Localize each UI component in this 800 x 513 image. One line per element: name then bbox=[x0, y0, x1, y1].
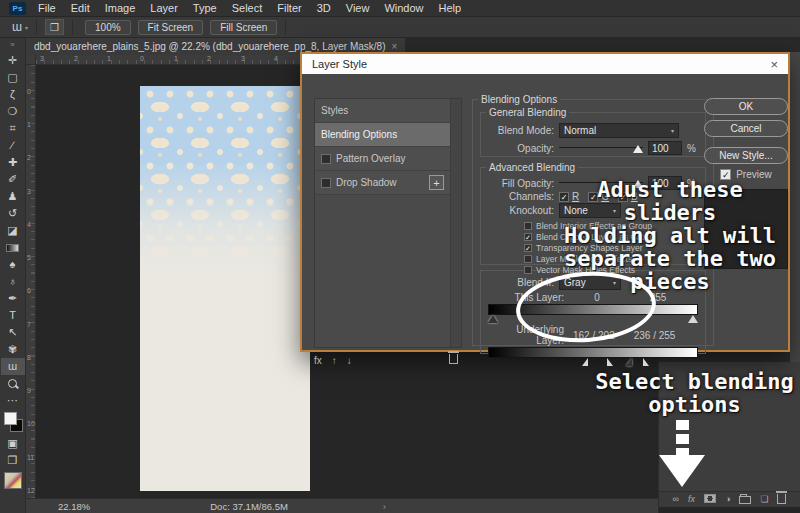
hand-tool-icon[interactable]: ɯ bbox=[12, 20, 22, 34]
style-row-styles[interactable]: Styles bbox=[315, 99, 450, 123]
tool-clone-stamp[interactable]: ♟ bbox=[1, 188, 25, 205]
menu-3d[interactable]: 3D bbox=[317, 2, 331, 14]
tool-blur[interactable]: ♠ bbox=[1, 256, 25, 273]
new-layer-icon[interactable]: ❏ bbox=[760, 495, 768, 504]
tool-pen[interactable]: ✒ bbox=[1, 290, 25, 307]
opacity-slider-thumb[interactable] bbox=[633, 145, 643, 153]
tool-move[interactable]: ✛ bbox=[1, 52, 25, 69]
tool-lasso[interactable]: ζ bbox=[1, 86, 25, 103]
lasso-icon: ζ bbox=[10, 89, 15, 100]
collapse-toolbar-icon[interactable]: » bbox=[10, 38, 14, 52]
blend-clipped-layers-as-group-checkbox[interactable]: ✓ bbox=[524, 233, 532, 241]
tool-type[interactable]: T bbox=[1, 307, 25, 324]
delete-effect-icon[interactable] bbox=[449, 354, 458, 366]
document-image[interactable] bbox=[140, 86, 310, 491]
this-layer-handle-0[interactable] bbox=[488, 315, 498, 323]
annotation-line: separate the two bbox=[540, 247, 800, 270]
style-row-drop-shadow[interactable]: Drop Shadow+ bbox=[315, 171, 450, 195]
blend-interior-effects-as-group-checkbox[interactable] bbox=[524, 222, 532, 230]
tab-close-icon[interactable]: × bbox=[392, 41, 398, 52]
status-options-chevron-icon[interactable]: › bbox=[383, 501, 386, 512]
ruler-number: 11 bbox=[27, 454, 34, 461]
tool-color-swatches[interactable] bbox=[1, 409, 25, 435]
layer-mask-icon[interactable] bbox=[704, 494, 716, 505]
tool-gradient[interactable] bbox=[1, 239, 25, 256]
pattern-overlay-checkbox[interactable] bbox=[321, 154, 331, 164]
dialog-close-icon[interactable]: × bbox=[770, 57, 778, 72]
tool-history-brush[interactable]: ↺ bbox=[1, 205, 25, 222]
tool-shape[interactable]: ✾ bbox=[1, 341, 25, 358]
fill-screen-button[interactable]: Fill Screen bbox=[210, 20, 277, 35]
dodge-icon: ♁ bbox=[8, 276, 16, 287]
menu-edit[interactable]: Edit bbox=[71, 2, 90, 14]
menu-layer[interactable]: Layer bbox=[150, 2, 178, 14]
tool-marquee[interactable]: ▢ bbox=[1, 69, 25, 86]
ruler-corner bbox=[26, 55, 36, 65]
tool-eraser[interactable]: ◪ bbox=[1, 222, 25, 239]
menu-select[interactable]: Select bbox=[232, 2, 263, 14]
ok-button[interactable]: OK bbox=[704, 98, 788, 115]
opacity-value-field[interactable]: 100 bbox=[648, 141, 682, 155]
tool-dodge[interactable]: ♁ bbox=[1, 273, 25, 290]
ruler-number: 0 bbox=[27, 88, 31, 95]
drop-shadow-checkbox[interactable] bbox=[321, 178, 331, 188]
menu-file[interactable]: File bbox=[38, 2, 56, 14]
underlying-handle-255[interactable] bbox=[643, 358, 649, 366]
arrange-windows-icon[interactable]: ❐ bbox=[45, 19, 64, 35]
photoshop-logo-icon[interactable]: Ps bbox=[9, 2, 26, 15]
tool-quick-select[interactable]: ❍ bbox=[1, 103, 25, 120]
styles-scrollbar[interactable] bbox=[450, 99, 461, 347]
link-layers-icon[interactable]: ∞ bbox=[673, 495, 679, 504]
underlying-handle-236[interactable] bbox=[626, 358, 632, 366]
blend-mode-select[interactable]: Normal ▾ bbox=[559, 123, 679, 138]
menu-type[interactable]: Type bbox=[193, 2, 217, 14]
menu-image[interactable]: Image bbox=[105, 2, 136, 14]
style-row-pattern-overlay[interactable]: Pattern Overlay bbox=[315, 147, 450, 171]
menu-view[interactable]: View bbox=[346, 2, 370, 14]
vector-mask-hides-effects-checkbox[interactable] bbox=[524, 266, 532, 274]
this-layer-handle-255[interactable] bbox=[688, 315, 698, 323]
tool-eyedropper[interactable]: ∕ bbox=[1, 137, 25, 154]
menu-help[interactable]: Help bbox=[439, 2, 462, 14]
layer-style-fx-icon[interactable]: fx bbox=[688, 495, 695, 504]
tool-healing-brush[interactable]: ✚ bbox=[1, 154, 25, 171]
adjustment-layer-icon[interactable]: ◑ bbox=[725, 495, 730, 504]
chevron-down-icon[interactable]: ▾ bbox=[25, 24, 28, 31]
tool-preview-thumbnail[interactable] bbox=[1, 469, 25, 491]
path-select-icon: ↖ bbox=[8, 327, 17, 338]
menu-filter[interactable]: Filter bbox=[277, 2, 301, 14]
underlying-handle-202[interactable] bbox=[607, 358, 613, 366]
add-layer-style-icon[interactable]: fx bbox=[314, 355, 322, 366]
underlying-handle-162[interactable] bbox=[582, 358, 588, 366]
menu-bar: Ps FileEditImageLayerTypeSelectFilter3DV… bbox=[0, 0, 800, 17]
cancel-button[interactable]: Cancel bbox=[704, 120, 788, 137]
tool-brush[interactable]: ✐ bbox=[1, 171, 25, 188]
transparency-shapes-layer-checkbox[interactable]: ✓ bbox=[524, 244, 532, 252]
layer-mask-hides-effects-checkbox[interactable] bbox=[524, 255, 532, 263]
ruler-number: 1 bbox=[107, 55, 111, 62]
ruler-number: 8 bbox=[27, 354, 31, 361]
tool-quick-mask[interactable]: ▣ bbox=[1, 435, 25, 452]
style-row-blending-options[interactable]: Blending Options bbox=[315, 123, 450, 147]
zoom-level-field[interactable]: 22.18% bbox=[58, 501, 90, 512]
tool-crop[interactable]: ⌗ bbox=[1, 120, 25, 137]
new-style-button[interactable]: New Style... bbox=[704, 147, 788, 164]
blend-mode-value: Normal bbox=[564, 125, 596, 136]
ruler-number: 2 bbox=[74, 55, 78, 62]
underlying-layer-gradient-bar[interactable] bbox=[488, 347, 698, 358]
add-effect-button[interactable]: + bbox=[429, 175, 444, 190]
tool-path-select[interactable]: ↖ bbox=[1, 324, 25, 341]
tool-zoom[interactable] bbox=[1, 375, 25, 392]
opacity-slider[interactable] bbox=[559, 142, 643, 154]
menu-window[interactable]: Window bbox=[384, 2, 423, 14]
group-folder-icon[interactable] bbox=[739, 493, 751, 506]
tool-hand[interactable]: ɯ bbox=[1, 358, 25, 375]
delete-layer-icon[interactable] bbox=[777, 494, 786, 506]
fit-screen-button[interactable]: Fit Screen bbox=[138, 20, 204, 35]
move-effect-up-icon[interactable]: ↑ bbox=[332, 355, 337, 366]
100-button[interactable]: 100% bbox=[85, 20, 131, 35]
tool-more-options[interactable]: ⋯ bbox=[1, 392, 25, 409]
ruler-number: 0 bbox=[140, 55, 144, 62]
move-effect-down-icon[interactable]: ↓ bbox=[347, 355, 352, 366]
tool-screen-mode[interactable]: ❐ bbox=[1, 452, 25, 469]
